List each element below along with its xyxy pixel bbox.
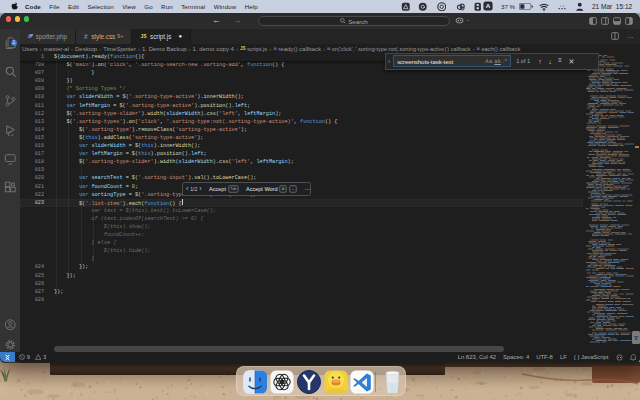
svg-text:A: A [486, 3, 491, 10]
